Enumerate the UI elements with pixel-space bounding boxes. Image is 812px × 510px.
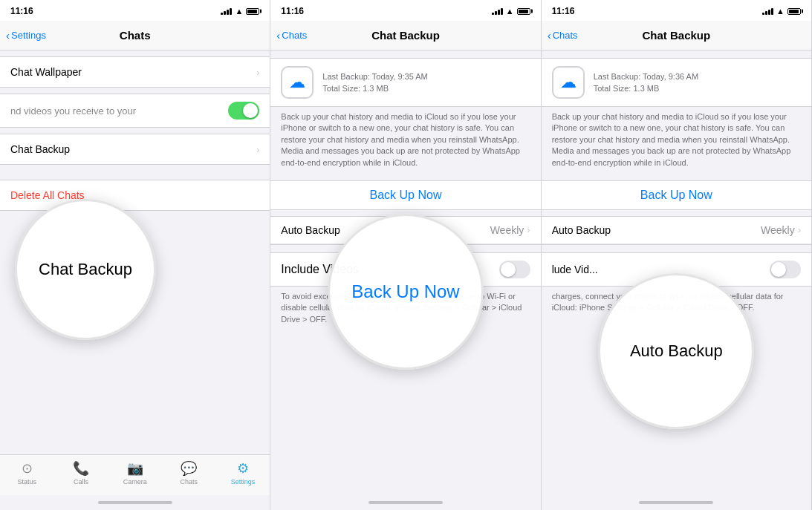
auto-backup-value-2: Weekly › [490,224,530,236]
signal-bars-1 [221,7,232,15]
nav-bar-1: ‹ Settings Chats [0,21,270,50]
tab-label-camera-1: Camera [123,478,147,486]
battery-icon-3 [787,8,801,15]
time-3: 11:16 [552,6,575,16]
total-size-2: Total Size: 1.3 MB [322,82,427,95]
chevron-back-2: ‹ [276,29,280,42]
wifi-icon-3: ▲ [776,7,785,16]
tab-label-chats-1: Chats [181,478,198,486]
circle-chat-backup-text: Chat Backup [39,260,132,279]
chat-wallpaper-label: Chat Wallpaper [10,66,82,78]
screen-chat-backup-1: 11:16 ▲ ‹ Chats Chat Backup ☁ Last [270,0,541,510]
section-camera: nd videos you receive to your [0,94,270,128]
last-backup-2: Last Backup: Today, 9:35 AM [322,71,427,83]
camera-item: nd videos you receive to your [0,94,270,127]
cloud-icon-2: ☁ [281,66,314,99]
wifi-icon-2: ▲ [506,7,514,16]
wifi-icon-1: ▲ [235,7,243,16]
back-label-2: Chats [282,30,307,41]
chat-backup-label: Chat Backup [10,143,70,155]
section-wallpaper: Chat Wallpaper › [0,56,270,88]
battery-icon-1 [246,8,259,15]
circle-auto-backup: Auto Backup [598,273,754,429]
nav-title-2: Chat Backup [371,29,440,42]
auto-backup-row-3[interactable]: Auto Backup Weekly › [542,217,811,244]
screen-chats-settings: 11:16 ▲ ‹ Settings Chats Chat Wallpaper [0,0,270,510]
tab-chats-1[interactable]: 💬 Chats [162,458,216,488]
content-1: Chat Wallpaper › nd videos you receive t… [0,50,270,454]
backup-btn-section-3: Back Up Now [542,180,811,210]
section-chat-backup: Chat Backup › [0,134,270,165]
nav-bar-2: ‹ Chats Chat Backup [270,21,540,50]
nav-bar-3: ‹ Chats Chat Backup [542,21,811,50]
content-2: ☁ Last Backup: Today, 9:35 AM Total Size… [270,50,540,495]
time-2: 11:16 [281,6,304,16]
include-videos-toggle-2[interactable] [499,261,530,278]
chevron-backup: › [256,144,259,155]
home-indicator-3 [542,495,811,510]
tab-calls-1[interactable]: 📞 Calls [54,458,108,488]
back-button-3[interactable]: ‹ Chats [548,29,578,42]
back-label-3: Chats [553,30,578,41]
home-indicator-1 [0,495,270,510]
include-videos-toggle-3[interactable] [770,261,801,278]
section-delete: Delete All Chats [0,180,270,211]
desc-text-2: Back up your chat history and media to i… [270,107,540,173]
nav-title-1: Chats [120,29,151,42]
auto-backup-value-3: Weekly › [761,224,801,236]
settings-icon-1: ⚙ [237,460,249,477]
signal-bars-2 [492,7,503,15]
back-up-now-btn[interactable]: Back Up Now [270,181,540,209]
backup-header-2: ☁ Last Backup: Today, 9:35 AM Total Size… [270,58,540,107]
camera-toggle[interactable] [228,102,259,120]
backup-header-3: ☁ Last Backup: Today, 9:36 AM Total Size… [542,58,811,107]
back-button-1[interactable]: ‹ Settings [6,29,46,42]
chevron-back-1: ‹ [6,29,10,42]
chevron-auto-2: › [527,224,530,235]
back-button-2[interactable]: ‹ Chats [276,29,307,42]
chevron-auto-3: › [798,224,801,235]
back-label-1: Settings [11,30,46,41]
battery-icon-2 [517,8,530,15]
home-indicator-2 [270,495,540,510]
status-icons-1: ▲ [221,7,259,16]
last-backup-3: Last Backup: Today, 9:36 AM [594,71,698,83]
chevron-back-3: ‹ [548,29,551,42]
backup-btn-section-2: Back Up Now [270,180,540,210]
signal-bars-3 [762,7,773,15]
auto-backup-label-2: Auto Backup [281,224,340,236]
chat-wallpaper-item[interactable]: Chat Wallpaper › [0,57,270,87]
tab-camera-1[interactable]: 📷 Camera [108,458,162,488]
auto-backup-freq-3: Weekly [761,224,795,236]
total-size-3: Total Size: 1.3 MB [594,82,698,95]
content-3: ☁ Last Backup: Today, 9:36 AM Total Size… [542,50,811,495]
circle-auto-backup-text: Auto Backup [630,341,723,361]
tab-label-settings-1: Settings [231,478,256,486]
status-bar-3: 11:16 ▲ [542,0,811,21]
chats-icon-1: 💬 [181,460,197,477]
tab-status-1[interactable]: ⊙ Status [0,458,54,488]
tab-label-calls-1: Calls [74,478,88,486]
back-up-now-btn-3[interactable]: Back Up Now [542,181,811,209]
camera-label: nd videos you receive to your [10,105,136,117]
nav-title-3: Chat Backup [642,29,710,42]
chat-backup-item[interactable]: Chat Backup › [0,134,270,164]
delete-chats-item[interactable]: Delete All Chats [0,180,270,210]
include-videos-label-3: lude Vid... [552,264,598,275]
status-icons-2: ▲ [492,7,530,16]
tab-settings-1[interactable]: ⚙ Settings [216,458,270,488]
desc-text-3: Back up your chat history and media to i… [542,107,811,173]
status-icon-1: ⊙ [22,460,33,477]
status-bar-2: 11:16 ▲ [270,0,540,21]
tab-bar-1: ⊙ Status 📞 Calls 📷 Camera 💬 Chats ⚙ Sett… [0,454,270,495]
screen-chat-backup-2: 11:16 ▲ ‹ Chats Chat Backup ☁ Last [542,0,812,510]
auto-backup-freq-2: Weekly [490,224,524,236]
status-bar-1: 11:16 ▲ [0,0,270,21]
desc-content-3: Back up your chat history and media to i… [552,112,791,167]
section-auto-backup-3: Auto Backup Weekly › [542,216,811,245]
backup-info-2: Last Backup: Today, 9:35 AM Total Size: … [322,71,427,95]
circle-chat-backup: Chat Backup [15,199,156,340]
backup-info-3: Last Backup: Today, 9:36 AM Total Size: … [594,71,698,95]
circle-backup-now: Back Up Now [328,214,484,370]
cloud-icon-3: ☁ [552,66,585,99]
